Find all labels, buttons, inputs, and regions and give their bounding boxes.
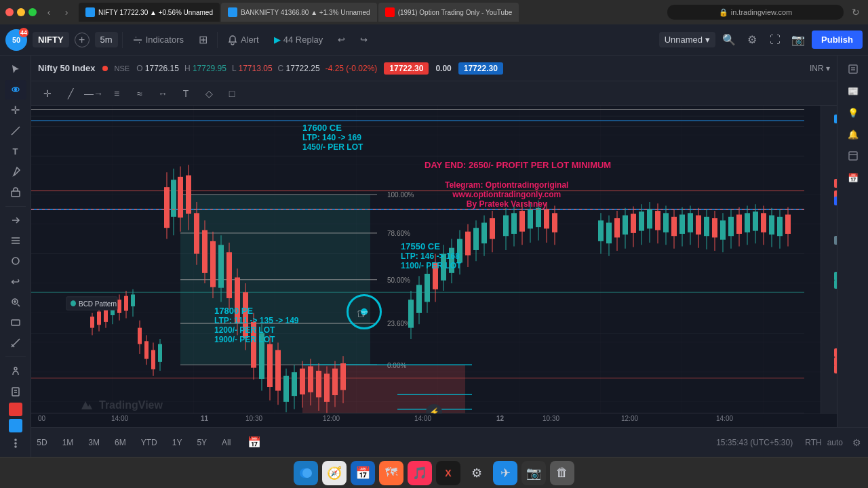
tab-nifty[interactable]: NIFTY 17722.30 ▲ +0.56% Unnamed <box>79 3 220 22</box>
close-dot[interactable] <box>5 8 14 16</box>
brush-tool[interactable] <box>5 162 26 181</box>
tf-6m[interactable]: 6M <box>110 436 131 449</box>
tv-header: 44 50 NIFTY + 5m Indicators ⊞ Alert ▶ 44… <box>0 24 868 56</box>
currency-label[interactable]: INR ▾ <box>810 64 830 73</box>
tf-1m[interactable]: 1M <box>58 436 79 449</box>
dock-trash[interactable]: 🗑 <box>550 461 574 485</box>
calendar-tf-btn[interactable]: 📅 <box>246 434 262 451</box>
more-tools[interactable] <box>5 434 26 453</box>
data-window-icon[interactable] <box>844 146 863 165</box>
indicators-btn[interactable]: Indicators <box>127 32 189 48</box>
dock-prefs[interactable]: ⚙ <box>465 461 489 485</box>
chart-name-btn[interactable]: Unnamed ▾ <box>659 32 715 47</box>
svg-rect-139 <box>481 223 487 244</box>
watchlist-icon[interactable] <box>844 60 863 79</box>
tf-all[interactable]: All <box>217 436 235 449</box>
shape-tool[interactable]: ◇ <box>199 84 218 103</box>
rect-tool[interactable]: □ <box>222 84 241 103</box>
fullscreen-btn[interactable]: ⛶ <box>766 30 785 49</box>
settings-btn[interactable]: ⚙ <box>743 30 762 49</box>
chart-area[interactable]: 100.00% 78.60% 50.00% 23.60% 0.00% <box>31 106 837 427</box>
ce17600-title: 17600 CE <box>302 123 363 133</box>
svg-rect-178 <box>679 215 685 234</box>
search-btn[interactable]: 🔍 <box>719 30 738 49</box>
trend-line-tool[interactable] <box>5 121 26 140</box>
cursor-hand: ☞ <box>357 306 369 322</box>
parallel-lines-tool[interactable]: ≡ <box>107 84 126 103</box>
news-icon[interactable]: 📰 <box>844 81 863 100</box>
notes-tool[interactable] <box>5 382 26 401</box>
snapshot-btn[interactable]: 📷 <box>789 30 808 49</box>
user-avatar[interactable]: 44 50 <box>5 29 27 51</box>
ideas-icon[interactable]: 💡 <box>844 103 863 122</box>
svg-rect-125 <box>425 274 430 302</box>
settings-tf-icon[interactable]: ⚙ <box>852 437 861 448</box>
dock-finder[interactable] <box>294 461 318 485</box>
tab-banknifty[interactable]: BANKNIFTY 41366.80 ▲ +1.3% Unnamed <box>221 3 377 22</box>
regression-tool[interactable]: ≈ <box>130 84 149 103</box>
indicators-label: Indicators <box>146 35 184 45</box>
redo-btn[interactable]: ↪ <box>355 32 373 47</box>
dock-music[interactable]: 🎵 <box>408 461 432 485</box>
undo-btn[interactable]: ↩ <box>332 32 351 47</box>
svg-rect-75 <box>164 187 170 228</box>
color-swatch-blue[interactable] <box>9 419 22 432</box>
svg-rect-123 <box>416 285 422 313</box>
tv-watermark: TradingView <box>79 397 163 413</box>
tf-1y[interactable]: 1Y <box>167 436 187 449</box>
alert-btn[interactable]: Alert <box>222 32 264 48</box>
svg-rect-55 <box>97 312 101 325</box>
dock-telegram[interactable]: ✈ <box>493 461 517 485</box>
replay-btn[interactable]: ▶ 44 Replay <box>269 32 329 47</box>
minimize-dot[interactable] <box>17 8 25 16</box>
crosshair-sidebar-tool[interactable]: ✛ <box>5 101 26 120</box>
cursor-tool[interactable] <box>5 60 26 79</box>
dock-camera[interactable]: 📷 <box>521 461 546 485</box>
symbol-badge[interactable]: NIFTY <box>33 32 69 47</box>
browser-nav: ‹ › <box>42 5 73 19</box>
tab-label-nifty: NIFTY 17722.30 ▲ +0.56% Unnamed <box>98 9 213 16</box>
arrow-tool[interactable] <box>5 211 26 230</box>
add-symbol-btn[interactable]: + <box>75 33 90 47</box>
crosshair-tool[interactable]: ✛ <box>38 84 57 103</box>
separator-1 <box>122 32 123 48</box>
eye-tool[interactable] <box>5 80 26 99</box>
measure-sidebar-tool[interactable] <box>5 333 26 352</box>
dock-safari[interactable]: 🧭 <box>322 461 347 485</box>
calendar-icon[interactable]: 📅 <box>844 168 863 187</box>
zoom-tool[interactable] <box>5 293 26 312</box>
color-swatch-red[interactable] <box>9 403 22 416</box>
measure-tool[interactable]: ↔ <box>153 84 172 103</box>
svg-rect-143 <box>503 216 509 237</box>
tf-5y[interactable]: 5Y <box>192 436 212 449</box>
undo-sidebar[interactable]: ↩ <box>5 272 26 291</box>
refresh-btn[interactable]: ↻ <box>849 5 863 19</box>
svg-point-15 <box>14 367 17 370</box>
tab-youtube[interactable]: (1991) Option Trading Only - YouTube <box>378 3 519 22</box>
dock-calendar[interactable]: 📅 <box>351 461 375 485</box>
address-bar[interactable]: 🔒 in.tradingview.com <box>667 5 844 20</box>
fib-tool[interactable] <box>5 231 26 250</box>
text-sidebar-tool[interactable]: T <box>5 142 26 161</box>
circle-tool[interactable] <box>5 251 26 270</box>
rectangle-sidebar-tool[interactable] <box>5 313 26 332</box>
publish-btn[interactable]: Publish <box>812 30 863 49</box>
templates-btn[interactable]: ⊞ <box>193 30 213 49</box>
interval-selector[interactable]: 5m <box>95 32 118 47</box>
horizontal-ray-tool[interactable]: —→ <box>84 84 103 103</box>
alerts-icon[interactable]: 🔔 <box>844 125 863 144</box>
svg-rect-204 <box>785 215 791 234</box>
line-tool[interactable]: ╱ <box>61 84 80 103</box>
tf-5d[interactable]: 5D <box>32 436 52 449</box>
tf-ytd[interactable]: YTD <box>136 436 162 449</box>
dock-maps[interactable]: 🗺 <box>379 461 403 485</box>
dock-kite[interactable]: X <box>436 461 460 485</box>
low-label: L 17713.05 <box>232 64 273 73</box>
tf-3m[interactable]: 3M <box>83 436 104 449</box>
eraser-tool[interactable] <box>5 183 26 202</box>
maximize-dot[interactable] <box>28 8 37 16</box>
nav-back[interactable]: ‹ <box>42 5 56 19</box>
nav-forward[interactable]: › <box>60 5 73 19</box>
person-tool[interactable] <box>5 361 26 380</box>
text-tool[interactable]: T <box>176 84 195 103</box>
